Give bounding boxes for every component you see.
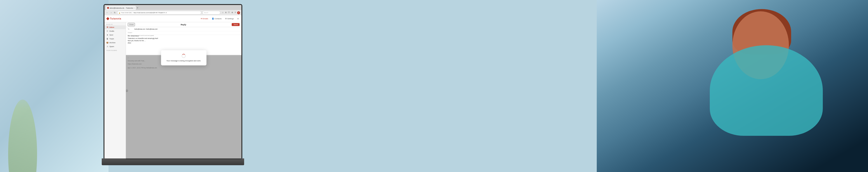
address-bar[interactable]: 🔒 Tutao GmbH (DE) | https://mail.tutanot… — [117, 11, 202, 15]
sidebar-item-sent[interactable]: ➤ Sent — [104, 33, 126, 37]
emails-label: Emails — [203, 18, 208, 20]
tab-bar: alice@tutanota.de - Tutanota × + — [104, 5, 241, 10]
sent-label: Sent — [110, 34, 113, 36]
contacts-nav-btn[interactable]: 👤 Contacts — [211, 17, 223, 20]
address-url: https://mail.tutanota.com/mail/js/QlN-%F… — [133, 12, 167, 13]
archive-icon: 📦 — [106, 41, 108, 44]
app-logo: Tutanota — [106, 17, 121, 20]
apps-icon[interactable]: ⠿ — [234, 11, 237, 14]
subject-label: Subject — [128, 32, 240, 33]
contacts-label: Contacts — [215, 18, 222, 20]
browser-search[interactable]: Search — [202, 11, 220, 15]
sidebar-item-drafts[interactable]: ✏ Drafts — [104, 29, 126, 33]
reply-line-1: Tutanota is so beautiful and amazingly f… — [128, 37, 240, 39]
screen-content: alice@tutanota.de - Tutanota × + ← → ↻ 🔒… — [104, 5, 241, 159]
laptop-screen: alice@tutanota.de - Tutanota × + ← → ↻ 🔒… — [103, 4, 242, 160]
encrypted-note: This message is sent end-to-end encrypte… — [126, 35, 241, 37]
trash-icon: 🗑 — [106, 38, 108, 40]
browser-tab[interactable]: alice@tutanota.de - Tutanota × — [106, 6, 136, 10]
inbox-label: Inbox — [110, 26, 114, 28]
drafts-label: Drafts — [110, 30, 114, 32]
reply-panel: Close Reply Send To hello@tutao.de <hell… — [126, 22, 241, 55]
email-area: Close Reply Send To hello@tutao.de <hell… — [126, 22, 241, 159]
alice-section-label: ALICE ▼ — [104, 23, 126, 25]
hamburger-button[interactable]: ≡ — [237, 17, 240, 20]
person-area — [597, 0, 868, 172]
person-icon: 👤 — [212, 18, 214, 20]
forward-button[interactable]: → — [110, 11, 113, 14]
archive-label: Archive — [110, 41, 116, 44]
secure-indicator: 🔒 — [119, 12, 120, 13]
star-icon[interactable]: ☆ — [221, 11, 224, 14]
app-header: Tutanota ✉ Emails 👤 Contacts ⚙ — [104, 16, 241, 22]
reply-subject-field: Subject Re: Great news — [126, 31, 241, 35]
puzzle-icon[interactable]: ⚙ — [231, 11, 234, 14]
spam-label: Spam — [110, 46, 114, 48]
envelope-icon: ✉ — [201, 18, 202, 20]
secure-org-label: Tutao GmbH (DE) — [121, 12, 132, 13]
reply-title: Reply — [181, 24, 186, 26]
sidebar-item-spam[interactable]: ⚠ Spam — [104, 45, 126, 49]
header-nav: ✉ Emails 👤 Contacts ⚙ Settings ≡ — [200, 17, 240, 20]
laptop: alice@tutanota.de - Tutanota × + ← → ↻ 🔒… — [102, 0, 244, 172]
bookmark-icon[interactable]: ⬇ — [224, 11, 227, 14]
drafts-icon: ✏ — [106, 30, 108, 32]
sidebar: ALICE ▼ ✉ Inbox ✏ Drafts ➤ Sent — [104, 22, 126, 159]
inbox-icon: ✉ — [106, 26, 108, 28]
logo-text: Tutanota — [110, 18, 121, 20]
sidebar-item-inbox[interactable]: ✉ Inbox — [104, 25, 126, 29]
tab-favicon — [107, 7, 109, 9]
logo-icon — [106, 17, 110, 20]
backdrop-area: -- Securely sent with Tuta... https://tu… — [126, 55, 241, 159]
emails-nav-btn[interactable]: ✉ Emails — [200, 17, 209, 20]
your-folders-label: YOUR FOLDERS — [104, 49, 126, 51]
back-button[interactable]: ← — [106, 11, 109, 14]
account-icon[interactable]: A — [237, 11, 240, 14]
reply-close-button[interactable]: Close — [128, 23, 135, 26]
sent-icon: ➤ — [106, 34, 108, 36]
laptop-base — [102, 159, 244, 165]
new-tab-button[interactable]: + — [137, 6, 138, 9]
trash-label: Trash — [110, 38, 114, 40]
person-shirt — [710, 45, 823, 136]
reply-line-2: Nice job, thanks for the ... — [128, 40, 240, 41]
nav-icons: ☆ ⬇ 🛡 ⚙ ⠿ A — [221, 11, 240, 14]
settings-label: Settings — [227, 18, 234, 20]
encrypt-overlay: Your message is being encrypted and sent… — [161, 50, 206, 65]
address-separator: | — [132, 12, 133, 13]
tab-close-btn[interactable]: × — [133, 7, 134, 9]
refresh-button[interactable]: ↻ — [114, 11, 116, 14]
gear-icon: ⚙ — [225, 18, 227, 20]
shield-icon[interactable]: 🛡 — [228, 11, 230, 14]
modal-overlay: Close Reply Send To hello@tutao.de <hell… — [126, 22, 241, 159]
spam-icon: ⚠ — [106, 46, 108, 48]
to-value[interactable]: hello@tutao.de <hello@tutao.de> — [134, 28, 240, 30]
tab-title: alice@tutanota.de - Tutanota — [110, 7, 133, 9]
to-label: To — [128, 28, 133, 30]
main-content: ALICE ▼ ✉ Inbox ✏ Drafts ➤ Sent — [104, 22, 241, 159]
browser-chrome: alice@tutanota.de - Tutanota × + ← → ↻ 🔒… — [104, 5, 241, 16]
sidebar-item-trash[interactable]: 🗑 Trash — [104, 37, 126, 41]
search-placeholder: Search — [204, 12, 208, 13]
encrypt-spinner — [182, 54, 186, 58]
nav-bar: ← → ↻ 🔒 Tutao GmbH (DE) | https://mail.t… — [104, 10, 241, 16]
email-para-4: Apr 2, 2017, 10:21 PM by hello@tutao.de: — [128, 67, 240, 69]
reply-line-3: Alice — [128, 42, 240, 44]
reply-send-button[interactable]: Send — [232, 23, 240, 26]
encrypt-message: Your message is being encrypted and sent… — [166, 60, 201, 62]
reply-to-field: To hello@tutao.de <hello@tutao.de> — [126, 27, 241, 31]
app-body: Tutanota ✉ Emails 👤 Contacts ⚙ — [104, 16, 241, 159]
settings-nav-btn[interactable]: ⚙ Settings — [224, 17, 235, 20]
sidebar-item-archive[interactable]: 📦 Archive — [104, 41, 126, 45]
reply-header: Close Reply Send — [126, 22, 241, 27]
